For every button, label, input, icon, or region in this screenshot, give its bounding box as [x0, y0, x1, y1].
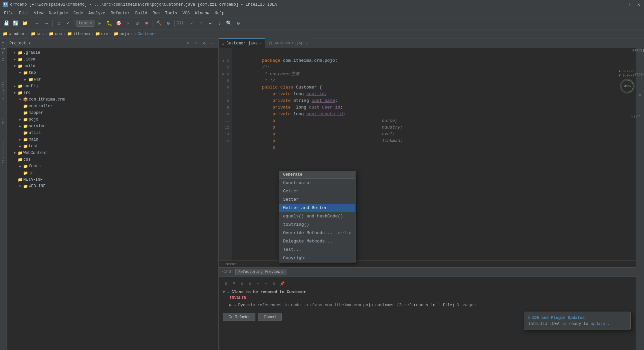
tree-item-gradle[interactable]: ▶ 📁 .gradle [7, 49, 218, 56]
tree-item-controller[interactable]: 📁 controller [7, 103, 218, 110]
settings-button[interactable]: ⚙ [234, 19, 242, 27]
minimize-button[interactable]: — [620, 2, 625, 7]
menu-analyze[interactable]: Analyze [86, 10, 108, 16]
cancel-button[interactable]: Cancel [258, 313, 282, 321]
menu-refactor[interactable]: Refactor [108, 10, 133, 16]
structure-vtab[interactable]: 7: Structure [1, 138, 6, 165]
sync-button[interactable]: 🔄 [11, 19, 19, 27]
tree-item-meta-inf[interactable]: 📁 META-INF [7, 176, 218, 183]
breadcrumb-customer[interactable]: ☕ Customer [134, 31, 157, 36]
gear-icon[interactable]: ⚙ [201, 40, 208, 47]
minimize-sidebar-button[interactable]: — [209, 40, 216, 47]
collapse-button[interactable]: ⊖ [247, 280, 253, 287]
stop-button[interactable]: ■ [143, 19, 151, 27]
expand-button[interactable]: ⊕ [239, 280, 245, 287]
menu-help[interactable]: Help [212, 10, 227, 16]
menu-file[interactable]: File [1, 10, 16, 16]
git-fetch-button[interactable]: ↓ [216, 19, 224, 27]
navigate-prev-button[interactable]: ← [255, 280, 261, 287]
run-config-dropdown[interactable]: test ▾ [76, 20, 94, 27]
profile-button[interactable]: ⚡ [124, 19, 132, 27]
tree-item-main[interactable]: ▶ 📁 main [7, 136, 218, 143]
menu-vcs[interactable]: VCS [180, 10, 193, 16]
tree-item-config[interactable]: ▶ 📁 config [7, 83, 218, 90]
tab-customer-java[interactable]: ☕ Customer.java ✕ [219, 38, 265, 48]
window-controls[interactable]: — □ ✕ [620, 2, 641, 7]
tree-item-tmp[interactable]: ▼ 📁 tmp [7, 69, 218, 76]
menu-navigate[interactable]: Navigate [46, 10, 71, 16]
web-vtab[interactable]: Web [1, 116, 6, 125]
context-menu-setter[interactable]: Setter [279, 195, 355, 204]
breadcrumb-project[interactable]: 📁 crmdemo [3, 31, 25, 36]
tree-item-idea[interactable]: ▶ 📁 .idea [7, 56, 218, 63]
sort-button[interactable]: ≡ [231, 280, 237, 287]
forward-button[interactable]: → [42, 19, 50, 27]
context-menu-delegate[interactable]: Delegate Methods... [279, 237, 355, 245]
undo-button[interactable]: ⎌ [55, 19, 63, 27]
tree-item-utils[interactable]: 📁 utils [7, 130, 218, 136]
tree-item-com-itheima[interactable]: ▼ 📦 com.itheima.crm [7, 96, 218, 103]
menu-run[interactable]: Run [150, 10, 163, 16]
tab-customer-jsp[interactable]: 🗋 customer.jsp ✕ [265, 38, 311, 48]
redo-button[interactable]: ↶ [64, 19, 72, 27]
update-link[interactable]: update [591, 322, 605, 326]
favorites-vtab[interactable]: 2: Favorites [1, 76, 6, 103]
menu-code[interactable]: Code [71, 10, 86, 16]
tree-item-web-inf[interactable]: ▼ 📁 WEB-INF [7, 183, 218, 190]
tree-item-css[interactable]: 📁 css [7, 156, 218, 163]
context-menu-getter-setter[interactable]: Getter and Setter [279, 204, 355, 212]
tab-customer-java-close[interactable]: ✕ [260, 41, 262, 45]
collapse-all-button[interactable]: ⊙ [185, 40, 192, 47]
pin-button[interactable]: 📌 [279, 280, 285, 287]
breadcrumb-itheima[interactable]: 📁 itheima [67, 31, 90, 36]
open-file-button[interactable]: 📁 [21, 19, 29, 27]
menu-tools[interactable]: Tools [163, 10, 180, 16]
rerun-button[interactable]: ↺ [133, 19, 141, 27]
breadcrumb-pojo[interactable]: 📁 pojo [114, 31, 129, 36]
back-button[interactable]: ← [33, 19, 41, 27]
tree-item-build[interactable]: ▼ 📁 build [7, 63, 218, 69]
git-push-button[interactable]: ✓ [197, 19, 205, 27]
tree-item-mapper[interactable]: 📁 mapper [7, 110, 218, 116]
ant-build-vtab[interactable]: Ant Build [630, 112, 644, 119]
tree-item-war[interactable]: ▶ 📁 war [7, 76, 218, 83]
tree-item-js[interactable]: 📁 js [7, 170, 218, 176]
context-menu-getter[interactable]: Getter [279, 187, 355, 195]
menu-view[interactable]: View [31, 10, 46, 16]
generate-button[interactable]: ⚙ [164, 19, 172, 27]
menu-window[interactable]: Window [192, 10, 212, 16]
context-menu-copyright[interactable]: Copyright [279, 254, 355, 262]
context-menu-test[interactable]: Test... [279, 245, 355, 254]
refactoring-preview-close[interactable]: ✕ [281, 270, 283, 274]
tree-item-service[interactable]: ▶ 📁 service [7, 123, 218, 130]
search-everywhere-button[interactable]: 🔍 [225, 19, 233, 27]
refactoring-preview-tab[interactable]: Refactoring Preview ✕ [235, 269, 286, 275]
tree-item-src[interactable]: ▼ 📁 src [7, 90, 218, 96]
breadcrumb-com[interactable]: 📁 com [49, 31, 62, 36]
close-button[interactable]: ✕ [636, 2, 641, 7]
tab-customer-jsp-close[interactable]: ✕ [305, 41, 307, 45]
run-button[interactable]: ▶ [96, 19, 104, 27]
git-rollback-button[interactable]: ↩ [206, 19, 214, 27]
filter-button[interactable]: ⊞ [223, 280, 229, 287]
breadcrumb-crm[interactable]: 📁 crm [95, 31, 109, 36]
tree-item-fonts[interactable]: ▶ 📁 fonts [7, 163, 218, 170]
context-menu-override[interactable]: Override Methods... Ctrl+O [279, 229, 355, 237]
context-menu-constructor[interactable]: Constructor [279, 179, 355, 187]
menu-edit[interactable]: Edit [16, 10, 31, 16]
tree-item-webcontent[interactable]: ▼ 📁 WebContent [7, 150, 218, 156]
tree-item-pojo[interactable]: ▶ 📁 pojo [7, 116, 218, 123]
breadcrumb-src[interactable]: 📁 src [31, 31, 44, 36]
tree-item-test[interactable]: ▶ 📁 test [7, 143, 218, 150]
project-vtab[interactable]: 1: Project [1, 40, 6, 63]
maximize-button[interactable]: □ [628, 2, 633, 7]
debug-button[interactable]: 🐛 [105, 19, 113, 27]
build-button[interactable]: 🔨 [155, 19, 163, 27]
maven-vtab[interactable]: m [634, 92, 644, 98]
group-button[interactable]: ⊗ [271, 280, 277, 287]
do-refactor-button[interactable]: Do Refactor [223, 313, 255, 321]
git-update-button[interactable]: ✓ [188, 19, 196, 27]
settings-sidebar-button[interactable]: ≡ [193, 40, 200, 47]
context-menu-tostring[interactable]: toString() [279, 220, 355, 229]
database-vtab[interactable]: Database [630, 47, 644, 53]
